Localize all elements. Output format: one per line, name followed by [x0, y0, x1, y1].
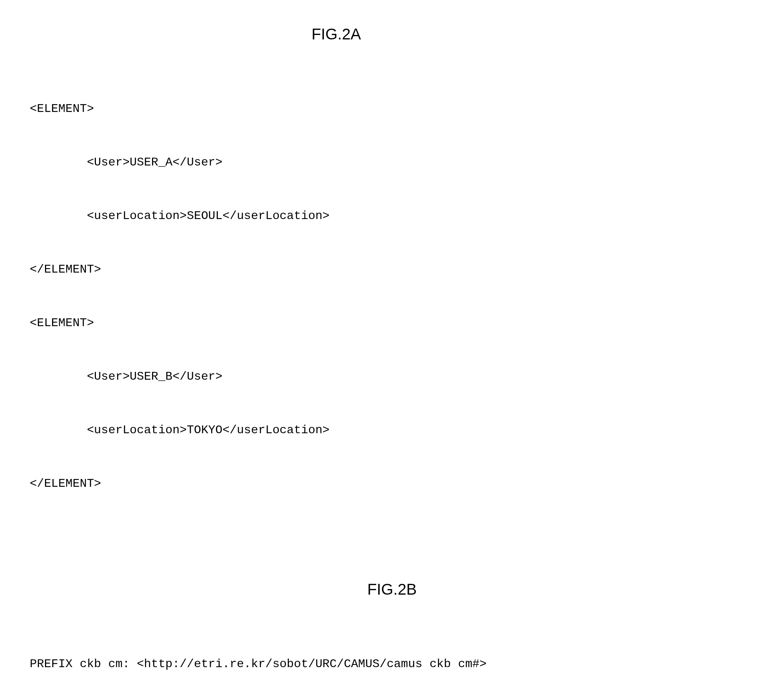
code-line: <User>USER_A</User>	[30, 154, 754, 171]
code-line: <userLocation>TOKYO</userLocation>	[30, 421, 754, 439]
code-line: <userLocation>SEOUL</userLocation>	[30, 207, 754, 225]
code-line: </ELEMENT>	[30, 261, 754, 279]
figure-2a-title: FIG.2A	[0, 22, 754, 46]
figure-2b-title: FIG.2B	[30, 578, 754, 601]
code-line: <ELEMENT>	[30, 100, 754, 118]
code-line: </ELEMENT>	[30, 475, 754, 493]
figure-2a-code: <ELEMENT> <User>USER_A</User> <userLocat…	[30, 64, 754, 511]
code-line: <ELEMENT>	[30, 314, 754, 332]
code-line: PREFIX ckb cm: <http://etri.re.kr/sobot/…	[30, 655, 754, 673]
figure-2b-code: PREFIX ckb cm: <http://etri.re.kr/sobot/…	[30, 620, 754, 685]
code-line: <User>USER_B</User>	[30, 368, 754, 386]
